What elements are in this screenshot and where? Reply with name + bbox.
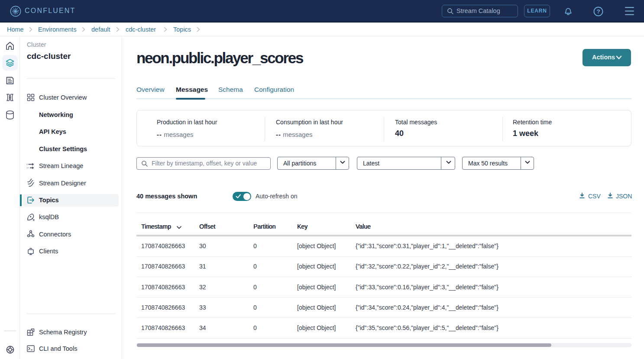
svg-text:?: ? <box>596 8 600 15</box>
